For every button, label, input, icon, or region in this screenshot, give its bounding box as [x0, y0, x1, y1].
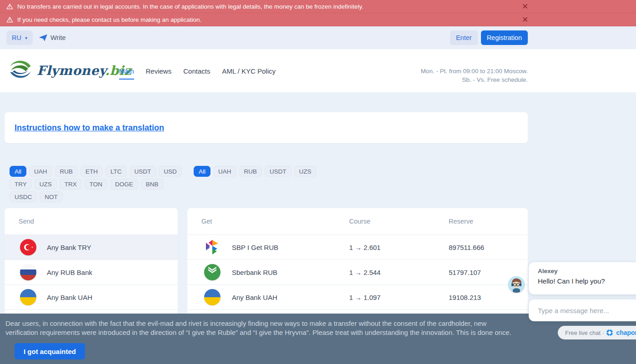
filter-chip-all[interactable]: All: [10, 166, 26, 177]
chat-footer-label: Free live chat: [565, 329, 601, 336]
ukraine-flag-icon: [204, 289, 220, 305]
topbar: RU ▾ Write Enter Registration: [0, 26, 636, 49]
filter-chip-uzs[interactable]: UZS: [35, 179, 57, 189]
get-row-name: Sberbank RUB: [232, 269, 277, 276]
logo-name: Flymoney: [37, 63, 105, 78]
close-icon[interactable]: ✕: [520, 13, 531, 26]
chip-row: All UAH RUB USDT UZS: [194, 166, 316, 177]
filter-chip-eth[interactable]: ETH: [80, 166, 103, 177]
alert-text: No transfers are carried out in legal ac…: [17, 3, 363, 10]
filter-chip-try[interactable]: TRY: [10, 179, 32, 189]
schedule-weekend: Sb. - Vs. Free schedule.: [421, 75, 528, 84]
chat-greeting: Hello! Can I help you?: [538, 277, 636, 285]
instructions-link[interactable]: Instructions how to make a translation: [15, 123, 164, 133]
nav-reviews[interactable]: Reviews: [146, 67, 172, 80]
filter-chip-usdt[interactable]: USDT: [265, 166, 291, 177]
chip-row: All UAH RUB ETH LTC USDT USD: [10, 166, 182, 177]
main-nav: Main Reviews Contacts AML / KYC Policy: [119, 67, 275, 80]
logo-text: Flymoney.biz: [37, 63, 131, 78]
schedule-weekdays: Mon. - Pt. from 09:00 to 21:00 Moscow.: [421, 67, 528, 75]
sberbank-logo-icon: [204, 264, 220, 280]
get-row-any-bank-uah[interactable]: Any Bank UAH 1 → 1.097 19108.213: [187, 285, 528, 310]
chat-message-input[interactable]: [538, 307, 636, 314]
chat-branding[interactable]: Free live chat · chaport: [558, 326, 636, 339]
get-row-name: Any Bank UAH: [232, 294, 277, 301]
filter-chip-doge[interactable]: DOGE: [110, 179, 138, 189]
chat-message-bubble: Alexey Hello! Can I help you?: [529, 262, 636, 294]
auth-buttons: Enter Registration: [450, 30, 528, 45]
send-option-any-bank-uah[interactable]: Any Bank UAH: [5, 285, 178, 310]
warning-icon: [6, 3, 13, 10]
get-row-course: 1 → 2.544: [349, 269, 381, 276]
get-row-reserve: 19108.213: [449, 294, 481, 301]
chat-agent-name: Alexey: [538, 268, 636, 274]
column-header-get: Get: [201, 218, 212, 225]
send-panel-header: Send: [5, 208, 178, 235]
alert-text: If you need checks, please contact us be…: [17, 16, 201, 23]
get-row-sbp[interactable]: SBP I Get RUB 1 → 2.601 897511.666: [187, 235, 528, 260]
filter-chip-bnb[interactable]: BNB: [141, 179, 164, 189]
chat-footer-separator: ·: [602, 329, 604, 336]
send-option-label: Any Bank TRY: [47, 244, 91, 251]
get-row-sberbank[interactable]: Sberbank RUB 1 → 2.544 51797.107: [187, 260, 528, 285]
alert-stack: No transfers are carried out in legal ac…: [0, 0, 636, 26]
send-option-label: Any RUB Bank: [47, 269, 92, 276]
chip-row: TRY UZS TRX TON DOGE BNB: [10, 179, 182, 189]
acquainted-button[interactable]: I got acquainted: [15, 343, 85, 359]
notice-text: Dear users, in connection with the fact …: [5, 319, 519, 337]
get-currency-filters: All UAH RUB USDT UZS: [194, 166, 316, 179]
chat-input-container: [529, 299, 636, 321]
alert-legal-accounts: No transfers are carried out in legal ac…: [0, 0, 636, 13]
warning-icon: [6, 16, 13, 23]
chaport-logo-icon: [606, 329, 613, 336]
filter-chip-ltc[interactable]: LTC: [105, 166, 127, 177]
filter-chip-uah[interactable]: UAH: [213, 166, 236, 177]
chevron-down-icon: ▾: [25, 35, 27, 40]
enter-button[interactable]: Enter: [450, 30, 478, 45]
filter-chip-uzs[interactable]: UZS: [294, 166, 316, 177]
registration-button[interactable]: Registration: [481, 30, 528, 45]
send-option-label: Any Bank UAH: [47, 294, 92, 301]
site-logo[interactable]: Flymoney.biz: [7, 57, 131, 84]
chaport-brand: chaport: [616, 329, 636, 336]
filter-chip-all[interactable]: All: [194, 166, 210, 177]
filter-chip-rub[interactable]: RUB: [239, 166, 262, 177]
get-row-course: 1 → 2.601: [349, 244, 381, 251]
write-label: Write: [50, 34, 66, 41]
instructions-card: Instructions how to make a translation: [5, 112, 528, 143]
get-row-reserve: 897511.666: [449, 244, 484, 251]
column-header-course: Course: [349, 218, 371, 225]
sbp-logo-icon: [204, 239, 220, 255]
send-currency-filters: All UAH RUB ETH LTC USDT USD TRY UZS TRX…: [10, 166, 182, 204]
nav-aml-kyc-policy[interactable]: AML / KYC Policy: [222, 67, 275, 80]
ukraine-flag-icon: [20, 289, 36, 305]
filter-chip-trx[interactable]: TRX: [60, 179, 82, 189]
column-header-reserve: Reserve: [449, 218, 473, 225]
alert-checks: If you need checks, please contact us be…: [0, 13, 636, 26]
working-hours: Mon. - Pt. from 09:00 to 21:00 Moscow. S…: [421, 67, 528, 84]
russia-flag-icon: [20, 264, 36, 280]
filter-chip-ton[interactable]: TON: [85, 179, 107, 189]
chat-agent-avatar[interactable]: [508, 276, 525, 293]
filter-chip-usd[interactable]: USD: [159, 166, 182, 177]
get-row-reserve: 51797.107: [449, 269, 481, 276]
get-panel-header: Get Course Reserve: [187, 208, 528, 235]
send-option-any-bank-try[interactable]: Any Bank TRY: [5, 235, 178, 260]
turkey-flag-icon: [20, 239, 36, 255]
filter-chip-not[interactable]: NOT: [40, 191, 63, 202]
filter-chip-rub[interactable]: RUB: [55, 166, 78, 177]
send-option-any-rub-bank[interactable]: Any RUB Bank: [5, 260, 178, 285]
nav-contacts[interactable]: Contacts: [183, 67, 210, 80]
chip-row: USDC NOT: [10, 191, 182, 202]
language-value: RU: [12, 34, 21, 41]
flymoney-swirl-icon: [7, 57, 34, 84]
write-button[interactable]: Write: [39, 30, 66, 45]
filter-chip-usdc[interactable]: USDC: [10, 191, 37, 202]
close-icon[interactable]: ✕: [520, 0, 531, 13]
filter-chip-uah[interactable]: UAH: [29, 166, 52, 177]
get-row-name: SBP I Get RUB: [232, 244, 278, 251]
main-header: Flymoney.biz Main Reviews Contacts AML /…: [0, 49, 636, 92]
filter-chip-usdt[interactable]: USDT: [130, 166, 156, 177]
language-selector[interactable]: RU ▾: [6, 30, 33, 45]
nav-main[interactable]: Main: [119, 67, 134, 80]
